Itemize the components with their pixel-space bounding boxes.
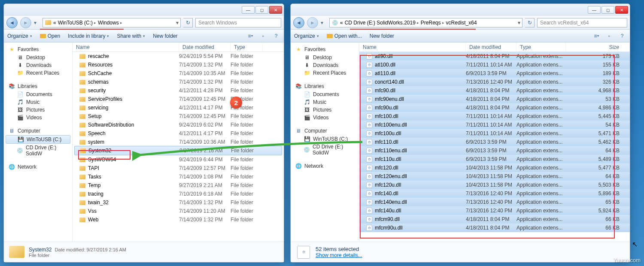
refresh-button[interactable]: ↻ xyxy=(183,18,193,27)
list-item[interactable]: atl100.dll7/11/2011 10:14 AMApplication … xyxy=(359,60,630,69)
nav-favorites[interactable]: ★Favorites xyxy=(291,45,359,54)
list-item[interactable]: mfc100.dll7/11/2011 10:14 AMApplication … xyxy=(359,112,630,121)
close-button[interactable]: ✕ xyxy=(615,6,628,14)
list-item[interactable]: Resources7/14/2009 1:32 PMFile folder xyxy=(73,60,284,69)
list-item[interactable]: SchCache7/14/2009 10:35 AMFile folder xyxy=(73,69,284,78)
nav-recent[interactable]: 📁Recent Places xyxy=(291,69,359,77)
nav-drive-e[interactable]: 💿CD Drive (E:) SolidW xyxy=(291,143,359,157)
list-item[interactable]: Temp9/27/2019 2:21 AMFile folder xyxy=(73,181,284,190)
include-menu[interactable]: Include in library▾ xyxy=(68,33,109,39)
nav-network[interactable]: 🌐Network xyxy=(4,163,72,171)
list-item[interactable]: atl90.dll4/18/2011 8:04 PMApplication ex… xyxy=(359,52,630,60)
search-input[interactable]: Search Windows xyxy=(195,18,281,27)
list-item[interactable]: mfc140enu.dll7/13/2016 12:40 PMApplicati… xyxy=(359,198,630,206)
col-name[interactable]: Name xyxy=(359,42,466,51)
organize-menu[interactable]: Organize▾ xyxy=(294,33,319,39)
search-input[interactable]: Search vcRedist_x64 xyxy=(537,18,627,27)
maximize-button[interactable]: ◻ xyxy=(601,6,614,14)
nav-drive-c[interactable]: 💾WinToUSB (C:) xyxy=(291,135,359,143)
new-folder-button[interactable]: New folder xyxy=(153,33,177,39)
view-button[interactable]: ≡▾ xyxy=(591,32,601,40)
col-type[interactable]: Type xyxy=(516,42,566,51)
nav-pictures[interactable]: 🖼Pictures xyxy=(291,106,359,114)
view-button[interactable]: ≡▾ xyxy=(245,32,255,40)
list-item[interactable]: concrt140.dll7/13/2016 12:40 PMApplicati… xyxy=(359,78,630,86)
list-item[interactable]: SoftwareDistribution9/24/2019 6:02 PMFil… xyxy=(73,121,284,129)
list-item[interactable]: servicing4/12/2011 4:17 PMFile folder xyxy=(73,103,284,112)
list-item[interactable]: mfcm90u.dll4/18/2011 8:04 PMApplication … xyxy=(359,224,630,232)
list-item[interactable]: schemas7/14/2009 1:32 PMFile folder xyxy=(73,78,284,86)
list-item[interactable]: mfc110.dll6/9/2013 3:59 PMApplication ex… xyxy=(359,138,630,146)
list-item[interactable]: Speech4/12/2011 4:17 PMFile folder xyxy=(73,129,284,138)
help-button[interactable]: ? xyxy=(617,32,627,40)
breadcrumb[interactable]: « WinToUSB (C:)▸ Windows▸ ▾ xyxy=(43,18,181,27)
open-button[interactable]: Open xyxy=(40,33,60,39)
file-list[interactable]: atl90.dll4/18/2011 8:04 PMApplication ex… xyxy=(359,52,630,242)
nav-music[interactable]: 🎵Music xyxy=(4,98,72,106)
forward-button[interactable]: ► xyxy=(20,17,31,28)
list-item[interactable]: mfc120enu.dll10/4/2013 11:58 PMApplicati… xyxy=(359,172,630,181)
list-item[interactable]: Tasks7/14/2009 1:08 PMFile folder xyxy=(73,172,284,181)
help-button[interactable]: ? xyxy=(271,32,281,40)
list-item[interactable]: twain_327/14/2009 1:32 PMFile folder xyxy=(73,198,284,207)
nav-documents[interactable]: 📄Documents xyxy=(291,91,359,98)
list-item[interactable]: mfc110enu.dll6/9/2013 3:59 PMApplication… xyxy=(359,146,630,155)
close-button[interactable]: ✕ xyxy=(269,6,282,14)
list-item[interactable]: mfc140.dll7/13/2016 12:40 PMApplication … xyxy=(359,189,630,198)
nav-computer[interactable]: 🖥Computer xyxy=(291,127,359,135)
list-item[interactable]: atl110.dll6/9/2013 3:59 PMApplication ex… xyxy=(359,69,630,78)
list-item[interactable]: Web7/14/2009 1:32 PMFile folder xyxy=(73,215,284,224)
show-more-link[interactable]: Show more details... xyxy=(316,252,362,258)
list-item[interactable]: security4/12/2011 4:28 PMFile folder xyxy=(73,86,284,95)
list-item[interactable]: mfc140u.dll7/13/2016 12:40 PMApplication… xyxy=(359,206,630,215)
nav-downloads[interactable]: ⬇Downloads xyxy=(4,61,72,69)
back-button[interactable]: ◄ xyxy=(293,17,304,28)
list-item[interactable]: ServiceProfiles7/14/2009 12:45 PMFile fo… xyxy=(73,95,284,103)
list-item[interactable]: mfc110u.dll6/9/2013 3:59 PMApplication e… xyxy=(359,155,630,163)
back-button[interactable]: ◄ xyxy=(6,17,18,28)
organize-menu[interactable]: Organize▾ xyxy=(7,33,32,39)
list-item[interactable]: mfcm90.dll4/18/2011 8:04 PMApplication e… xyxy=(359,215,630,224)
list-item[interactable]: Vss7/14/2009 11:20 AMFile folder xyxy=(73,207,284,215)
list-item[interactable]: system7/14/2009 10:36 AMFile folder xyxy=(73,138,284,146)
list-item[interactable]: TAPI7/14/2009 12:57 PMFile folder xyxy=(73,164,284,172)
col-date[interactable]: Date modified xyxy=(466,42,516,51)
list-item[interactable]: Setup7/14/2009 12:45 PMFile folder xyxy=(73,112,284,121)
nav-music[interactable]: 🎵Music xyxy=(291,98,359,106)
preview-button[interactable]: ▫ xyxy=(604,32,614,40)
nav-drive-c[interactable]: 💾WinToUSB (C:) xyxy=(6,135,70,144)
nav-history-dropdown[interactable]: ▾ xyxy=(321,20,327,26)
nav-drive-e[interactable]: 💿CD Drive (E:) SolidW xyxy=(4,144,72,157)
list-item[interactable]: mfc90u.dll4/18/2011 8:04 PMApplication e… xyxy=(359,103,630,112)
nav-history-dropdown[interactable]: ▾ xyxy=(34,20,40,26)
col-date[interactable]: Date modified xyxy=(179,42,231,51)
nav-computer[interactable]: 🖥Computer xyxy=(4,127,72,135)
nav-videos[interactable]: 🎬Videos xyxy=(4,114,72,121)
list-item[interactable]: SysWOW649/24/2019 6:44 PMFile folder xyxy=(73,155,284,164)
nav-network[interactable]: 🌐Network xyxy=(291,162,359,170)
col-name[interactable]: Name xyxy=(73,42,179,51)
forward-button[interactable]: ► xyxy=(307,17,318,28)
list-item[interactable]: mfc120.dll10/4/2013 11:58 PMApplication … xyxy=(359,163,630,172)
file-list[interactable]: rescache9/24/2019 5:54 PMFile folderReso… xyxy=(73,52,284,242)
breadcrumb[interactable]: 💿 « CD Drive (E:) SolidWorks.2019▸ PreRe… xyxy=(329,18,522,27)
nav-favorites[interactable]: ★Favorites xyxy=(4,45,72,54)
minimize-button[interactable]: — xyxy=(242,6,255,14)
list-item[interactable]: System329/27/2019 2:16 AMFile folder xyxy=(74,146,282,155)
list-item[interactable]: mfc120u.dll10/4/2013 11:58 PMApplication… xyxy=(359,181,630,189)
col-type[interactable]: Type xyxy=(231,42,263,51)
list-item[interactable]: mfc90enu.dll4/18/2011 8:04 PMApplication… xyxy=(359,95,630,103)
openwith-button[interactable]: Open with... xyxy=(327,33,362,39)
nav-libraries[interactable]: 📚Libraries xyxy=(4,82,72,91)
list-item[interactable]: rescache9/24/2019 5:54 PMFile folder xyxy=(73,52,284,60)
refresh-button[interactable]: ↻ xyxy=(525,18,535,27)
minimize-button[interactable]: — xyxy=(588,6,601,14)
list-item[interactable]: mfc90.dll4/18/2011 8:04 PMApplication ex… xyxy=(359,86,630,95)
nav-desktop[interactable]: 🖥Desktop xyxy=(4,54,72,61)
nav-desktop[interactable]: 🖥Desktop xyxy=(291,54,359,61)
col-size[interactable]: Size xyxy=(566,42,630,51)
nav-pictures[interactable]: 🖼Pictures xyxy=(4,106,72,114)
list-item[interactable]: tracing7/10/2019 6:18 AMFile folder xyxy=(73,190,284,198)
new-folder-button[interactable]: New folder xyxy=(370,33,394,39)
nav-downloads[interactable]: ⬇Downloads xyxy=(291,61,359,69)
